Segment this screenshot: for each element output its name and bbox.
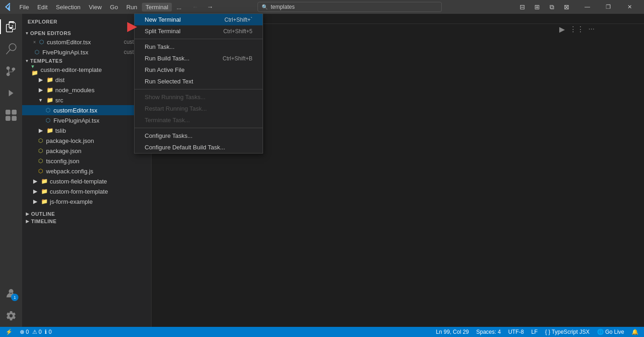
- nav-back-button[interactable]: ←: [189, 2, 202, 12]
- close-button[interactable]: ✕: [619, 0, 640, 14]
- menu-run-selected-text[interactable]: Run Selected Text: [135, 76, 263, 87]
- menu-run-build-task[interactable]: Run Build Task... Ctrl+Shift+B: [135, 53, 263, 64]
- sidebar-header: Explorer ···: [22, 14, 151, 30]
- menu-selection[interactable]: Selection: [52, 3, 84, 12]
- search-text: templates: [271, 4, 295, 10]
- activity-extensions[interactable]: [0, 104, 22, 126]
- status-bar: ⚡ ⊗ 0 ⚠ 0 ℹ 0 Ln 99, Col 29 Spaces: 4 UT…: [0, 327, 644, 337]
- close-editor-icon[interactable]: ×: [33, 40, 36, 45]
- menu-run-task[interactable]: Run Task...: [135, 41, 263, 53]
- search-box[interactable]: 🔍 templates: [258, 2, 442, 12]
- file-name-tsconfig: tsconfig.json: [46, 158, 151, 165]
- folder-custom-field-template[interactable]: ▶ 📁 custom-field-template: [22, 176, 151, 186]
- file-package-lock-json[interactable]: ⬡ package-lock.json: [22, 136, 151, 146]
- activity-search[interactable]: [0, 38, 22, 60]
- new-terminal-shortcut: Ctrl+Shift+`: [224, 17, 252, 23]
- titlebar: File Edit Selection View Go Run Terminal…: [0, 0, 644, 14]
- status-errors[interactable]: ⊗ 0 ⚠ 0 ℹ 0: [18, 327, 53, 337]
- open-editors-header[interactable]: ▾ Open Editors: [22, 30, 151, 37]
- activity-source-control[interactable]: [0, 60, 22, 82]
- run-build-task-label: Run Build Task...: [145, 55, 189, 62]
- activity-accounts[interactable]: 1: [0, 283, 22, 305]
- folder-src[interactable]: ▾ 📁 src: [22, 95, 151, 105]
- window-controls: — ❐ ✕: [577, 0, 640, 14]
- activity-explorer[interactable]: [0, 16, 22, 38]
- sidebar-title: Explorer: [28, 19, 58, 24]
- status-golive[interactable]: 🌐 Go Live: [595, 327, 626, 337]
- layout-fullscreen-btn[interactable]: ⊠: [560, 2, 573, 12]
- status-eol[interactable]: LF: [529, 327, 539, 337]
- menu-run-active-file[interactable]: Run Active File: [135, 64, 263, 76]
- layout-panel-btn[interactable]: ⊞: [531, 2, 544, 12]
- menu-more[interactable]: ...: [173, 3, 185, 12]
- status-encoding[interactable]: UTF-8: [506, 327, 526, 337]
- status-language[interactable]: { } TypeScript JSX: [543, 327, 591, 337]
- folder-tslib[interactable]: ▶ 📁 tslib: [22, 125, 151, 136]
- folder-src-chevron: ▾: [37, 96, 44, 104]
- folder-custom-form-template[interactable]: ▶ 📁 custom-form-template: [22, 186, 151, 196]
- menu-run[interactable]: Run: [123, 3, 141, 12]
- configure-tasks-label: Configure Tasks...: [145, 132, 193, 139]
- activity-run[interactable]: [0, 82, 22, 104]
- tsx-icon: ⬡: [38, 38, 45, 46]
- remote-icon: ⚡: [6, 329, 12, 335]
- outline-header[interactable]: ▶ Outline: [22, 210, 151, 218]
- status-position[interactable]: Ln 99, Col 29: [434, 327, 470, 337]
- more-actions-button[interactable]: ···: [585, 24, 598, 34]
- menu-configure-tasks[interactable]: Configure Tasks...: [135, 130, 263, 142]
- timeline-label: Timeline: [31, 219, 57, 224]
- menu-view[interactable]: View: [85, 3, 105, 12]
- node-modules-icon: 📁: [46, 86, 53, 94]
- file-five-plugin-api-tsx[interactable]: ⬡ FivePluginApi.tsx: [22, 115, 151, 125]
- outline-chevron: ▶: [26, 212, 29, 216]
- timeline-header[interactable]: ▶ Timeline: [22, 218, 151, 225]
- status-remote[interactable]: ⚡: [4, 327, 14, 337]
- run-task-label: Run Task...: [145, 43, 175, 50]
- tslib-chevron: ▶: [37, 127, 44, 134]
- editor-toolbar: ▶ ⋮⋮ ···: [556, 24, 598, 34]
- open-editors-chevron: ▾: [26, 31, 29, 35]
- file-webpack-config[interactable]: ⬡ webpack.config.js: [22, 166, 151, 176]
- webpack-icon: ⬡: [37, 167, 44, 175]
- file-tsconfig-json[interactable]: ⬡ tsconfig.json: [22, 156, 151, 166]
- menu-bar: File Edit Selection View Go Run Terminal…: [16, 3, 185, 12]
- templates-header[interactable]: ▾ Templates: [22, 57, 151, 65]
- menu-terminate-task: Terminate Task...: [135, 114, 263, 126]
- menu-edit[interactable]: Edit: [34, 3, 51, 12]
- menu-go[interactable]: Go: [106, 3, 122, 12]
- sidebar: Explorer ··· ▾ Open Editors × ⬡ customEd…: [22, 14, 151, 327]
- nav-forward-button[interactable]: →: [204, 2, 217, 12]
- folder-node-modules[interactable]: ▶ 📁 node_modules: [22, 85, 151, 95]
- menu-new-terminal[interactable]: New Terminal Ctrl+Shift+`: [135, 14, 263, 25]
- language-text: { } TypeScript JSX: [545, 329, 590, 335]
- status-bell[interactable]: 🔔: [630, 327, 640, 337]
- timeline-chevron: ▶: [26, 219, 29, 224]
- new-terminal-label: New Terminal: [145, 16, 181, 23]
- tslib-icon: 📁: [46, 127, 53, 134]
- outline-label: Outline: [31, 211, 55, 217]
- status-spaces[interactable]: Spaces: 4: [474, 327, 503, 337]
- activity-settings[interactable]: [0, 305, 22, 327]
- layout-split-btn[interactable]: ⧉: [545, 2, 558, 12]
- open-editor-five-plugin[interactable]: ⬡ FivePluginApi.tsx custom-e...: [22, 47, 151, 57]
- maximize-button[interactable]: ❐: [598, 0, 619, 14]
- file-package-json[interactable]: ⬡ package.json: [22, 146, 151, 156]
- open-editor-custom-editor[interactable]: × ⬡ customEditor.tsx custom-e...: [22, 37, 151, 47]
- menu-split-terminal[interactable]: Split Terminal Ctrl+Shift+5: [135, 25, 263, 37]
- file-custom-editor-tsx[interactable]: ⬡ customEditor.tsx: [22, 105, 151, 115]
- run-button[interactable]: ▶: [556, 24, 568, 34]
- minimize-button[interactable]: —: [577, 0, 598, 14]
- menu-file[interactable]: File: [16, 3, 33, 12]
- folder-dist[interactable]: ▶ 📁 dist: [22, 75, 151, 85]
- custom-field-icon: 📁: [41, 177, 48, 185]
- layout-sidebar-btn[interactable]: ⊟: [516, 2, 529, 12]
- menu-terminal[interactable]: Terminal: [142, 3, 172, 12]
- menu-configure-default-build[interactable]: Configure Default Build Task...: [135, 142, 263, 153]
- run-active-file-label: Run Active File: [145, 66, 185, 73]
- custom-form-chevron: ▶: [31, 188, 39, 195]
- split-editor-button[interactable]: ⋮⋮: [570, 24, 583, 34]
- folder-open-icon: ▾📁: [31, 66, 39, 73]
- custom-field-chevron: ▶: [31, 177, 39, 185]
- folder-custom-editor-template[interactable]: ▾📁 custom-editor-template: [22, 65, 151, 75]
- folder-js-form-example[interactable]: ▶ 📁 js-form-example: [22, 196, 151, 207]
